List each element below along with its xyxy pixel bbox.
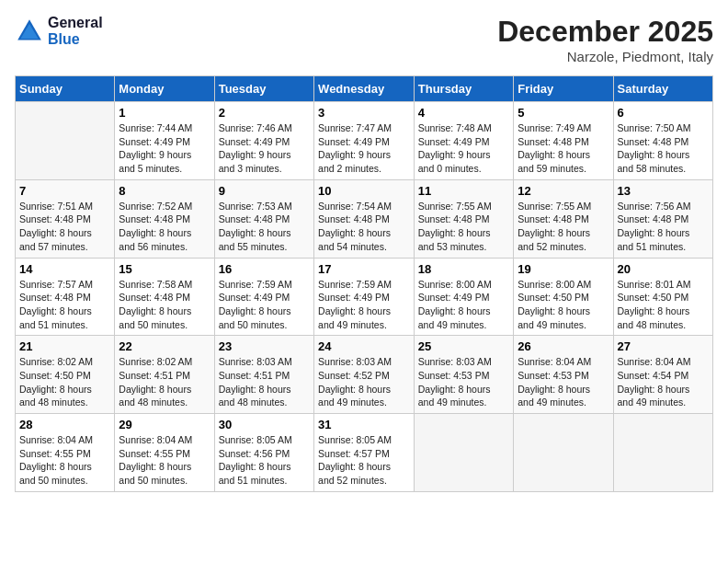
calendar-cell: 28Sunrise: 8:04 AM Sunset: 4:55 PM Dayli… [16, 414, 115, 492]
calendar-cell: 27Sunrise: 8:04 AM Sunset: 4:54 PM Dayli… [613, 336, 713, 414]
calendar-cell: 3Sunrise: 7:47 AM Sunset: 4:49 PM Daylig… [314, 102, 415, 180]
title-block: December 2025 Narzole, Piedmont, Italy [497, 15, 713, 64]
day-number: 12 [518, 184, 609, 198]
logo-icon [15, 17, 44, 46]
day-number: 31 [318, 418, 410, 431]
day-header-tuesday: Tuesday [214, 76, 313, 102]
day-info: Sunrise: 7:52 AM Sunset: 4:48 PM Dayligh… [119, 200, 210, 254]
calendar-cell: 31Sunrise: 8:05 AM Sunset: 4:57 PM Dayli… [314, 414, 415, 492]
day-number: 7 [19, 184, 110, 198]
calendar-cell: 23Sunrise: 8:03 AM Sunset: 4:51 PM Dayli… [214, 336, 313, 414]
day-header-saturday: Saturday [613, 76, 713, 102]
day-info: Sunrise: 7:47 AM Sunset: 4:49 PM Dayligh… [318, 121, 410, 176]
calendar-cell: 18Sunrise: 8:00 AM Sunset: 4:49 PM Dayli… [414, 258, 513, 336]
calendar-cell: 9Sunrise: 7:53 AM Sunset: 4:48 PM Daylig… [214, 179, 313, 258]
day-header-sunday: Sunday [16, 76, 115, 102]
calendar-cell: 5Sunrise: 7:49 AM Sunset: 4:48 PM Daylig… [514, 102, 613, 180]
day-info: Sunrise: 7:59 AM Sunset: 4:49 PM Dayligh… [219, 278, 310, 332]
day-number: 25 [418, 339, 509, 353]
day-number: 6 [618, 106, 710, 120]
day-info: Sunrise: 8:00 AM Sunset: 4:50 PM Dayligh… [518, 278, 609, 332]
day-info: Sunrise: 8:03 AM Sunset: 4:51 PM Dayligh… [219, 355, 310, 409]
day-info: Sunrise: 7:54 AM Sunset: 4:48 PM Dayligh… [318, 200, 410, 254]
day-info: Sunrise: 7:58 AM Sunset: 4:48 PM Dayligh… [119, 278, 210, 332]
day-info: Sunrise: 7:49 AM Sunset: 4:48 PM Dayligh… [518, 121, 609, 176]
day-info: Sunrise: 7:48 AM Sunset: 4:49 PM Dayligh… [418, 121, 509, 176]
day-info: Sunrise: 8:04 AM Sunset: 4:55 PM Dayligh… [119, 433, 210, 488]
day-number: 30 [219, 418, 310, 431]
day-number: 21 [19, 339, 110, 353]
calendar-cell: 26Sunrise: 8:04 AM Sunset: 4:53 PM Dayli… [514, 336, 613, 414]
day-number: 5 [518, 106, 609, 120]
day-number: 18 [418, 262, 509, 276]
calendar-cell: 4Sunrise: 7:48 AM Sunset: 4:49 PM Daylig… [414, 102, 513, 180]
calendar-cell: 21Sunrise: 8:02 AM Sunset: 4:50 PM Dayli… [16, 336, 115, 414]
day-header-monday: Monday [115, 76, 214, 102]
day-info: Sunrise: 8:01 AM Sunset: 4:50 PM Dayligh… [618, 278, 710, 332]
day-number: 23 [219, 339, 310, 353]
day-info: Sunrise: 7:46 AM Sunset: 4:49 PM Dayligh… [219, 121, 310, 176]
day-number: 4 [418, 106, 509, 120]
day-info: Sunrise: 7:55 AM Sunset: 4:48 PM Dayligh… [418, 200, 509, 254]
day-number: 26 [518, 339, 609, 353]
calendar-cell: 25Sunrise: 8:03 AM Sunset: 4:53 PM Dayli… [414, 336, 513, 414]
calendar-cell: 12Sunrise: 7:55 AM Sunset: 4:48 PM Dayli… [514, 179, 613, 258]
calendar-cell: 17Sunrise: 7:59 AM Sunset: 4:49 PM Dayli… [314, 258, 415, 336]
calendar-cell: 10Sunrise: 7:54 AM Sunset: 4:48 PM Dayli… [314, 179, 415, 258]
calendar-cell: 13Sunrise: 7:56 AM Sunset: 4:48 PM Dayli… [613, 179, 713, 258]
day-number: 10 [318, 184, 410, 198]
day-info: Sunrise: 8:00 AM Sunset: 4:49 PM Dayligh… [418, 278, 509, 332]
day-info: Sunrise: 8:03 AM Sunset: 4:53 PM Dayligh… [418, 355, 509, 409]
calendar-cell: 7Sunrise: 7:51 AM Sunset: 4:48 PM Daylig… [16, 179, 115, 258]
day-info: Sunrise: 7:51 AM Sunset: 4:48 PM Dayligh… [19, 200, 110, 254]
calendar-cell: 14Sunrise: 7:57 AM Sunset: 4:48 PM Dayli… [16, 258, 115, 336]
day-number: 20 [618, 262, 710, 276]
day-header-thursday: Thursday [414, 76, 513, 102]
calendar-cell: 16Sunrise: 7:59 AM Sunset: 4:49 PM Dayli… [214, 258, 313, 336]
day-number: 16 [219, 262, 310, 276]
day-number: 13 [618, 184, 710, 198]
day-number: 8 [119, 184, 210, 198]
day-info: Sunrise: 8:02 AM Sunset: 4:51 PM Dayligh… [119, 355, 210, 409]
day-number: 1 [119, 106, 210, 120]
day-number: 17 [318, 262, 410, 276]
day-info: Sunrise: 7:55 AM Sunset: 4:48 PM Dayligh… [518, 200, 609, 254]
calendar-cell: 6Sunrise: 7:50 AM Sunset: 4:48 PM Daylig… [613, 102, 713, 180]
calendar-cell: 22Sunrise: 8:02 AM Sunset: 4:51 PM Dayli… [115, 336, 214, 414]
day-number: 24 [318, 339, 410, 353]
day-info: Sunrise: 7:50 AM Sunset: 4:48 PM Dayligh… [618, 121, 710, 176]
calendar-cell: 1Sunrise: 7:44 AM Sunset: 4:49 PM Daylig… [115, 102, 214, 180]
calendar-cell: 8Sunrise: 7:52 AM Sunset: 4:48 PM Daylig… [115, 179, 214, 258]
day-info: Sunrise: 7:57 AM Sunset: 4:48 PM Dayligh… [19, 278, 110, 332]
day-number: 27 [618, 339, 710, 353]
day-number: 29 [119, 418, 210, 431]
calendar-cell [16, 102, 115, 180]
day-info: Sunrise: 8:05 AM Sunset: 4:57 PM Dayligh… [318, 433, 410, 488]
day-info: Sunrise: 7:53 AM Sunset: 4:48 PM Dayligh… [219, 200, 310, 254]
day-header-wednesday: Wednesday [314, 76, 415, 102]
calendar-cell [514, 414, 613, 492]
day-info: Sunrise: 8:04 AM Sunset: 4:54 PM Dayligh… [618, 355, 710, 409]
day-info: Sunrise: 7:44 AM Sunset: 4:49 PM Dayligh… [119, 121, 210, 176]
day-number: 22 [119, 339, 210, 353]
calendar-cell [414, 414, 513, 492]
day-number: 14 [19, 262, 110, 276]
day-info: Sunrise: 8:02 AM Sunset: 4:50 PM Dayligh… [19, 355, 110, 409]
calendar-table: SundayMondayTuesdayWednesdayThursdayFrid… [15, 75, 713, 492]
calendar-cell: 20Sunrise: 8:01 AM Sunset: 4:50 PM Dayli… [613, 258, 713, 336]
day-number: 15 [119, 262, 210, 276]
calendar-cell: 11Sunrise: 7:55 AM Sunset: 4:48 PM Dayli… [414, 179, 513, 258]
calendar-cell: 24Sunrise: 8:03 AM Sunset: 4:52 PM Dayli… [314, 336, 415, 414]
day-number: 28 [19, 418, 110, 431]
day-number: 19 [518, 262, 609, 276]
day-info: Sunrise: 8:04 AM Sunset: 4:53 PM Dayligh… [518, 355, 609, 409]
page-header: General Blue December 2025 Narzole, Pied… [15, 15, 713, 64]
location-subtitle: Narzole, Piedmont, Italy [497, 49, 713, 64]
month-title: December 2025 [497, 15, 713, 49]
day-number: 9 [219, 184, 310, 198]
day-info: Sunrise: 7:59 AM Sunset: 4:49 PM Dayligh… [318, 278, 410, 332]
logo: General Blue [15, 15, 103, 48]
day-info: Sunrise: 8:04 AM Sunset: 4:55 PM Dayligh… [19, 433, 110, 488]
day-number: 3 [318, 106, 410, 120]
day-info: Sunrise: 8:05 AM Sunset: 4:56 PM Dayligh… [219, 433, 310, 488]
